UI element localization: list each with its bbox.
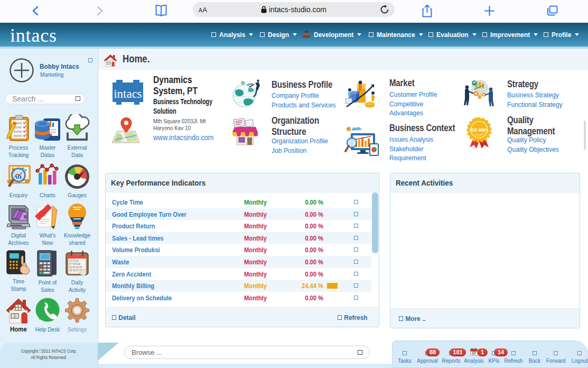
svg-text:ISO 9001: ISO 9001 bbox=[470, 127, 489, 133]
svg-text:1 2 3 4 5: 1 2 3 4 5 bbox=[69, 260, 79, 262]
svg-text:6 7 8 9 10: 6 7 8 9 10 bbox=[69, 263, 80, 265]
svg-text:intacs: intacs bbox=[114, 87, 142, 100]
svg-text:11 12 13 14: 11 12 13 14 bbox=[69, 266, 82, 269]
svg-text:17: 17 bbox=[472, 351, 476, 355]
